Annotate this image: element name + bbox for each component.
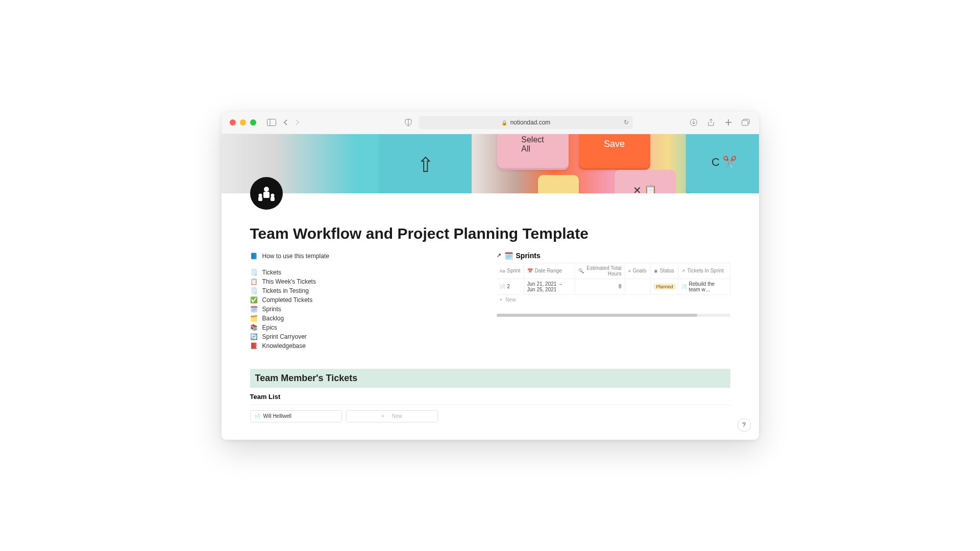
reload-icon[interactable]: ↻ <box>624 119 629 126</box>
book-icon: 📘 <box>250 253 258 260</box>
team-list-heading: Team List <box>250 393 730 400</box>
left-navigation: 📘 How to use this template 🗒️Tickets 📋Th… <box>250 252 476 350</box>
nav-link-epics[interactable]: 📚Epics <box>250 323 476 332</box>
page-content: ⇧ SelectAll Save ✕ 📋 C ✂️ Team Workflow … <box>222 134 759 440</box>
window-controls <box>230 119 256 126</box>
plus-icon: + <box>381 413 384 419</box>
team-list: 📄 Will Helliwell + New <box>250 405 730 422</box>
linked-db-icon: ↗ <box>497 252 501 259</box>
sprints-panel: ↗ 🗓️ Sprints AaSprint 📅Date Range 🔍Estim… <box>497 252 730 350</box>
nav-link-this-week[interactable]: 📋This Week's Tickets <box>250 277 476 286</box>
plus-icon: + <box>500 297 503 303</box>
forward-button[interactable] <box>292 117 302 128</box>
browser-window: 🔒 notiondad.com ↻ ⇧ SelectAll Save <box>222 112 759 440</box>
address-bar[interactable]: 🔒 notiondad.com ↻ <box>419 116 633 129</box>
svg-rect-8 <box>258 197 262 201</box>
col-date-range[interactable]: 📅Date Range <box>524 263 575 279</box>
nav-link-tickets[interactable]: 🗒️Tickets <box>250 268 476 277</box>
minimize-window-button[interactable] <box>240 119 246 126</box>
help-button[interactable]: ? <box>738 418 751 432</box>
col-tickets-in-sprint[interactable]: ↗Tickets In Sprint <box>678 263 730 279</box>
how-to-label: How to use this template <box>262 253 329 260</box>
sidebar-toggle-icon[interactable] <box>266 117 277 128</box>
table-row[interactable]: 📄2 Jun 21, 2021 → Jun 25, 2021 8 Planned… <box>497 279 730 295</box>
new-tab-icon[interactable] <box>723 117 733 128</box>
page-title: Team Workflow and Project Planning Templ… <box>250 225 730 242</box>
new-row-button[interactable]: + New <box>497 295 730 305</box>
downloads-icon[interactable] <box>689 117 699 128</box>
new-team-member-button[interactable]: + New <box>346 410 438 422</box>
cover-image: ⇧ SelectAll Save ✕ 📋 C ✂️ <box>222 134 759 193</box>
back-button[interactable] <box>281 117 291 128</box>
close-window-button[interactable] <box>230 119 236 126</box>
address-text: notiondad.com <box>510 119 551 126</box>
tabs-overview-icon[interactable] <box>741 117 751 128</box>
lock-icon: 🔒 <box>501 120 507 126</box>
sprints-title[interactable]: Sprints <box>516 252 541 260</box>
col-goals[interactable]: ≡Goals <box>625 263 651 279</box>
svg-point-9 <box>271 193 274 197</box>
col-status[interactable]: ◉Status <box>651 263 678 279</box>
calendar-icon: 🗓️ <box>504 252 513 260</box>
col-sprint[interactable]: AaSprint <box>497 263 524 279</box>
nav-link-testing[interactable]: 🗒️Tickets in Testing <box>250 286 476 295</box>
horizontal-scrollbar[interactable] <box>497 314 730 317</box>
svg-point-5 <box>264 187 269 192</box>
how-to-link[interactable]: 📘 How to use this template <box>250 252 476 261</box>
maximize-window-button[interactable] <box>250 119 256 126</box>
team-member-name: Will Helliwell <box>263 413 292 419</box>
nav-link-backlog[interactable]: 🗂️Backlog <box>250 314 476 323</box>
nav-link-completed[interactable]: ✅Completed Tickets <box>250 295 476 305</box>
nav-link-kb[interactable]: 📕Knowledgebase <box>250 341 476 350</box>
nav-link-sprints[interactable]: 🗓️Sprints <box>250 305 476 314</box>
share-icon[interactable] <box>706 117 716 128</box>
svg-rect-10 <box>271 197 275 201</box>
svg-rect-0 <box>267 119 276 126</box>
sprints-table: AaSprint 📅Date Range 🔍Estimated Total Ho… <box>497 263 730 305</box>
status-badge: Planned <box>654 284 676 290</box>
nav-links: 🗒️Tickets 📋This Week's Tickets 🗒️Tickets… <box>250 268 476 350</box>
page-icon[interactable] <box>250 177 283 210</box>
team-section-banner: Team Member's Tickets <box>250 369 730 388</box>
privacy-shield-icon[interactable] <box>403 117 413 128</box>
nav-link-carryover[interactable]: 🔄Sprint Carryover <box>250 332 476 341</box>
svg-rect-6 <box>263 192 270 198</box>
browser-titlebar: 🔒 notiondad.com ↻ <box>222 112 759 134</box>
page-icon: 📄 <box>255 414 260 419</box>
svg-point-7 <box>258 193 262 197</box>
svg-rect-4 <box>742 120 748 126</box>
team-member-card[interactable]: 📄 Will Helliwell <box>250 410 342 422</box>
col-est-hours[interactable]: 🔍Estimated Total Hours <box>575 263 625 279</box>
